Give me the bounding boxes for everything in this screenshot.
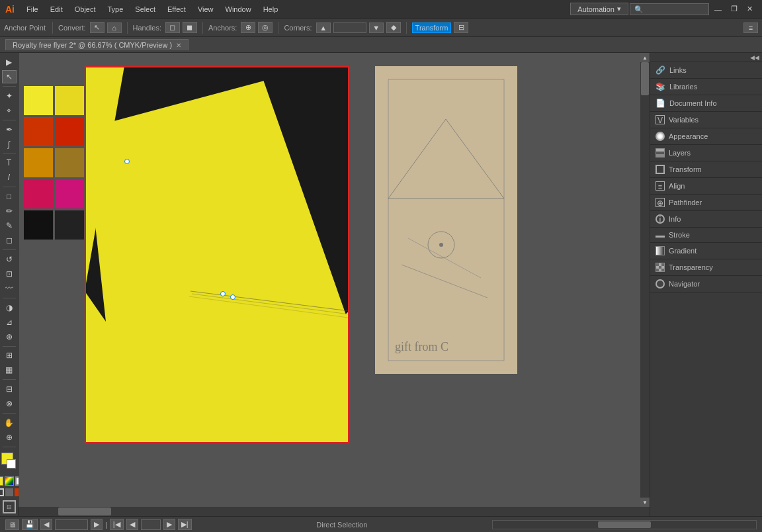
eraser-tool[interactable]: ◻ <box>2 234 17 247</box>
bar-graph-tool[interactable]: ▦ <box>2 363 17 377</box>
zoom-input[interactable]: 66.67% <box>55 519 88 530</box>
zoom-tool[interactable]: ⊕ <box>2 431 17 444</box>
swatch-yellow-mid[interactable] <box>55 86 84 115</box>
lasso-tool[interactable]: ⌖ <box>2 104 17 117</box>
panel-header-gradient[interactable]: Gradient <box>650 243 762 259</box>
handles-btn1[interactable]: ◻ <box>165 22 180 33</box>
swatch-red-orange[interactable] <box>24 117 53 146</box>
blend-tool[interactable]: ⊕ <box>2 330 17 343</box>
nav-first-btn[interactable]: |◀ <box>110 519 124 530</box>
panel-toggle[interactable]: ≡ <box>743 22 758 33</box>
panel-header-variables[interactable]: V Variables <box>650 112 762 128</box>
h-scroll-status[interactable] <box>492 520 757 529</box>
slice-tool[interactable]: ⊗ <box>2 397 17 410</box>
corners-down[interactable]: ▼ <box>369 22 384 33</box>
selection-handle-center[interactable] <box>220 291 226 296</box>
automation-button[interactable]: Automation ▾ <box>570 3 628 15</box>
panel-header-stroke[interactable]: Stroke <box>650 228 762 242</box>
scroll-thumb-h[interactable] <box>58 508 111 515</box>
canvas-area[interactable]: gift from C ▲ ▼ <box>19 53 650 516</box>
hand-tool[interactable]: ✋ <box>2 416 17 429</box>
curvature-tool[interactable]: ∫ <box>2 138 17 151</box>
panel-header-layers[interactable]: Layers <box>650 145 762 161</box>
scroll-thumb-v[interactable] <box>641 62 649 95</box>
zoom-increase-btn[interactable]: ▶ <box>91 519 103 530</box>
color-swatch-active[interactable] <box>0 476 3 486</box>
swatch-red-dark[interactable] <box>55 117 84 146</box>
menu-edit[interactable]: Edit <box>45 4 68 15</box>
menu-select[interactable]: Select <box>130 4 161 15</box>
warp-tool[interactable]: 〰 <box>2 282 17 295</box>
status-save-btn[interactable]: 💾 <box>22 519 38 530</box>
menu-window[interactable]: Window <box>220 4 257 15</box>
search-input[interactable] <box>630 3 709 15</box>
paintbrush-tool[interactable]: ✏ <box>2 204 17 218</box>
panel-header-appearance[interactable]: Appearance <box>650 128 762 144</box>
swatch-orange[interactable] <box>24 148 53 177</box>
panel-header-pathfinder[interactable]: ⊕ Pathfinder <box>650 195 762 210</box>
zoom-decrease-btn[interactable]: ◀ <box>40 519 52 530</box>
background-color[interactable] <box>7 459 16 468</box>
document-tab[interactable]: Royalty free flyer 2* @ 66.67% ( CMYK/Pr… <box>5 39 189 50</box>
line-tool[interactable]: / <box>2 171 17 184</box>
convert-btn2[interactable]: ⌂ <box>107 22 122 33</box>
panel-header-transform[interactable]: Transform <box>650 161 762 177</box>
tab-close-button[interactable]: ✕ <box>176 42 181 49</box>
panel-header-links[interactable]: 🔗 Links <box>650 62 762 78</box>
artboard-tool[interactable]: ⊟ <box>2 382 17 396</box>
transform-extra[interactable]: ⊟ <box>454 22 468 33</box>
menu-view[interactable]: View <box>192 4 219 15</box>
symbol-tool[interactable]: ⊞ <box>2 349 17 362</box>
swatch-black2[interactable] <box>55 210 84 240</box>
scale-tool[interactable]: ⊡ <box>2 267 17 281</box>
swatch-pink[interactable] <box>24 179 53 208</box>
color-mode-btn[interactable] <box>0 488 4 496</box>
convert-btn1[interactable]: ↖ <box>90 22 105 33</box>
menu-help[interactable]: Help <box>258 4 284 15</box>
scroll-up-btn[interactable]: ▲ <box>640 53 650 62</box>
panel-collapse-bar[interactable]: ◀◀ <box>650 53 762 62</box>
corners-up[interactable]: ▲ <box>316 22 331 33</box>
v-scrollbar[interactable]: ▲ ▼ <box>640 53 650 516</box>
menu-type[interactable]: Type <box>103 4 129 15</box>
anchors-btn1[interactable]: ⊕ <box>241 22 255 33</box>
pencil-tool[interactable]: ✎ <box>2 219 17 232</box>
magic-wand-tool[interactable]: ✦ <box>2 89 17 103</box>
rect-tool[interactable]: □ <box>2 190 17 203</box>
panel-header-transparency[interactable]: Transparency <box>650 259 762 275</box>
color-gradient-swatch[interactable] <box>5 476 14 486</box>
anchors-btn2[interactable]: ◎ <box>258 22 273 33</box>
nav-prev-btn[interactable]: ◀ <box>126 519 138 530</box>
handles-btn2[interactable]: ◼ <box>183 22 197 33</box>
color-mode-btn2[interactable] <box>5 488 13 496</box>
draw-mode-btn[interactable]: ⊟ <box>3 500 16 513</box>
menu-file[interactable]: File <box>21 4 44 15</box>
swatch-magenta[interactable] <box>55 179 84 208</box>
swatch-yellow-bright[interactable] <box>24 86 53 115</box>
panel-header-info[interactable]: i Info <box>650 211 762 227</box>
swatch-black1[interactable] <box>24 210 53 240</box>
corners-input[interactable]: 0 in <box>333 22 366 33</box>
scroll-down-btn[interactable]: ▼ <box>640 498 650 507</box>
selection-tool[interactable]: ▶ <box>2 56 17 69</box>
eyedropper-tool[interactable]: ⊿ <box>2 316 17 329</box>
panel-header-align[interactable]: ≡ Align <box>650 178 762 194</box>
menu-effect[interactable]: Effect <box>162 4 191 15</box>
page-input[interactable]: 1 <box>141 519 161 530</box>
nav-next-btn[interactable]: ▶ <box>163 519 175 530</box>
h-scrollbar[interactable] <box>19 507 640 516</box>
document-canvas[interactable] <box>85 66 349 443</box>
direct-selection-tool[interactable]: ↖ <box>2 70 17 83</box>
panel-header-docinfo[interactable]: 📄 Document Info <box>650 95 762 111</box>
rotate-tool[interactable]: ↺ <box>2 253 17 266</box>
h-scroll-thumb-status[interactable] <box>598 521 651 528</box>
pen-tool[interactable]: ✒ <box>2 123 17 136</box>
type-tool[interactable]: T <box>2 156 17 169</box>
transform-btn[interactable]: Transform <box>412 22 452 33</box>
panel-header-navigator[interactable]: Navigator <box>650 276 762 292</box>
selection-handle-tl[interactable] <box>124 159 130 164</box>
minimize-button[interactable]: — <box>710 4 726 15</box>
swatch-brown[interactable] <box>55 148 84 177</box>
menu-object[interactable]: Object <box>69 4 101 15</box>
gradient-tool[interactable]: ◑ <box>2 301 17 314</box>
